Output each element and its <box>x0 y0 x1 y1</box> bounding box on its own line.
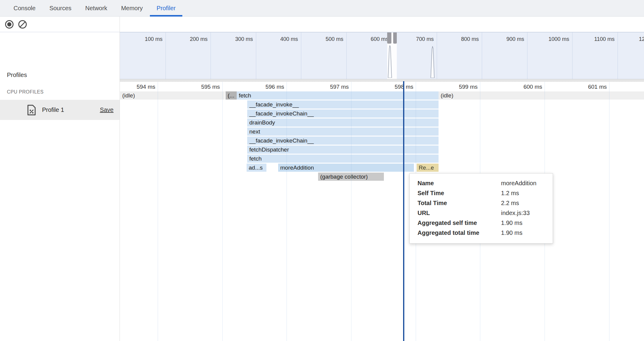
profiles-sidebar: Profiles CPU PROFILES Profile 1 Save <box>0 32 120 341</box>
profile-name: Profile 1 <box>42 106 100 113</box>
overview-tick-label: 1000 ms <box>524 36 569 43</box>
tooltip-label: Aggregated total time <box>418 229 501 236</box>
flame-bar-[interactable]: (... <box>226 91 237 100</box>
tooltip-value: index.js:33 <box>501 210 530 217</box>
overview-tick-label: 300 ms <box>208 36 253 43</box>
profiler-toolbar: Chart ▼ <box>0 17 644 32</box>
flame-bar-ree[interactable]: Re...e <box>417 164 439 172</box>
flame-bar-drainbody[interactable]: drainBody <box>247 118 439 127</box>
selection-right-handle[interactable] <box>393 32 397 44</box>
flame-row: fetch <box>120 155 644 163</box>
flame-bar-ads[interactable]: ad...s <box>247 164 266 172</box>
tooltip-label: Aggregated self time <box>418 220 501 226</box>
flame-bar-facadeinvokechain[interactable]: __facade_invokeChain__ <box>247 109 439 118</box>
flame-row: drainBody <box>120 118 644 127</box>
overview-tick-label: 500 ms <box>298 36 343 43</box>
flame-bar-facadeinvoke[interactable]: __facade_invoke__ <box>247 100 439 109</box>
flame-row: fetchDispatcher <box>120 146 644 154</box>
profile-document-icon <box>26 104 37 116</box>
flame-row: __facade_invoke__ <box>120 100 644 109</box>
flame-row: (garbage collector) <box>120 173 644 181</box>
overview-tick-label: 1200 ms <box>615 36 644 43</box>
record-profile-button[interactable] <box>5 20 14 29</box>
tooltip-value: 1.2 ms <box>501 190 519 197</box>
detail-gridline <box>222 82 223 341</box>
ruler-time-label: 599 ms <box>430 84 478 90</box>
tooltip-row: Aggregated self time1.90 ms <box>418 218 545 228</box>
save-profile-link[interactable]: Save <box>100 106 114 113</box>
overview-tick-label: 100 ms <box>120 36 163 43</box>
ruler-time-label: 596 ms <box>236 84 284 90</box>
ruler-time-label: 601 ms <box>559 84 607 90</box>
flame-bar-fetchdispatcher[interactable]: fetchDispatcher <box>247 146 439 154</box>
tooltip-label: Total Time <box>418 200 501 207</box>
cpu-profiles-section-header: CPU PROFILES <box>7 89 44 95</box>
sidebar-item-profile-1[interactable]: Profile 1 Save <box>0 100 120 120</box>
tooltip-value: 1.90 ms <box>501 229 522 236</box>
clear-profiles-button[interactable] <box>18 20 27 29</box>
detail-gridline <box>609 82 609 341</box>
detail-gridline <box>287 82 287 341</box>
overview-tick-label: 1100 ms <box>570 36 615 43</box>
flame-bar-fetch[interactable]: fetch <box>247 155 439 163</box>
cpu-activity-spike <box>430 46 435 79</box>
tooltip-label: Name <box>418 180 501 187</box>
flame-chart: (idle)(...fetch(idle)__facade_invoke____… <box>120 91 644 341</box>
overview-tick-label: 600 ms <box>343 36 388 43</box>
detail-time-ruler: 594 ms595 ms596 ms597 ms598 ms599 ms600 … <box>120 82 644 92</box>
detail-gridline <box>158 82 158 341</box>
overview-tick-label: 200 ms <box>163 36 208 43</box>
tab-console[interactable]: Console <box>7 0 42 17</box>
flame-bar-facadeinvokechain[interactable]: __facade_invokeChain__ <box>247 137 439 145</box>
tooltip-value: 2.2 ms <box>501 200 519 207</box>
flame-row: ad...smoreAdditionRe...e <box>120 164 644 172</box>
tab-network[interactable]: Network <box>79 0 114 17</box>
flame-bar-next[interactable]: next <box>247 127 439 136</box>
tooltip-value: moreAddition <box>501 180 536 187</box>
tooltip-label: URL <box>418 210 501 217</box>
tab-sources[interactable]: Sources <box>43 0 78 17</box>
ruler-time-label: 597 ms <box>301 84 349 90</box>
tooltip-row: Total Time2.2 ms <box>418 198 545 208</box>
devtools-tab-bar: ConsoleSourcesNetworkMemoryProfiler <box>0 0 644 17</box>
timeline-overview[interactable]: 100 ms200 ms300 ms400 ms500 ms600 ms700 … <box>120 32 644 79</box>
overview-tick-label: 400 ms <box>253 36 298 43</box>
flame-bar-fetch[interactable]: fetch <box>237 91 439 100</box>
cpu-activity-spike <box>388 45 392 79</box>
overview-scroll-strip[interactable] <box>120 79 644 81</box>
tooltip-row: Self Time1.2 ms <box>418 188 545 198</box>
tooltip-row: URLindex.js:33 <box>418 208 545 218</box>
flame-row: __facade_invokeChain__ <box>120 109 644 118</box>
flame-bar-moreaddition[interactable]: moreAddition <box>278 164 414 172</box>
flame-row: next <box>120 127 644 136</box>
ruler-time-label: 600 ms <box>494 84 542 90</box>
overview-tick-label: 900 ms <box>479 36 524 43</box>
flame-row: __facade_invokeChain__ <box>120 137 644 145</box>
ruler-time-label: 594 ms <box>120 84 155 90</box>
sidebar-title: Profiles <box>7 72 27 78</box>
detail-gridline <box>351 82 351 341</box>
overview-tick-label: 800 ms <box>434 36 479 43</box>
ruler-time-label: 598 ms <box>365 84 413 90</box>
tab-profiler[interactable]: Profiler <box>150 0 182 17</box>
tooltip-label: Self Time <box>418 190 501 197</box>
current-time-marker[interactable] <box>403 81 404 341</box>
frame-details-tooltip: NamemoreAdditionSelf Time1.2 msTotal Tim… <box>409 173 553 244</box>
flame-row: (idle)(...fetch(idle) <box>120 91 644 100</box>
flame-bar-idle[interactable]: (idle) <box>439 91 644 100</box>
tooltip-row: Aggregated total time1.90 ms <box>418 228 545 238</box>
tooltip-value: 1.90 ms <box>501 220 522 226</box>
flame-bar-idle[interactable]: (idle) <box>120 91 225 100</box>
tab-memory[interactable]: Memory <box>114 0 149 17</box>
tooltip-row: NamemoreAddition <box>418 178 545 188</box>
selection-left-handle[interactable] <box>387 32 391 44</box>
ruler-time-label: 595 ms <box>172 84 220 90</box>
profiler-main-area: 100 ms200 ms300 ms400 ms500 ms600 ms700 … <box>120 32 644 341</box>
